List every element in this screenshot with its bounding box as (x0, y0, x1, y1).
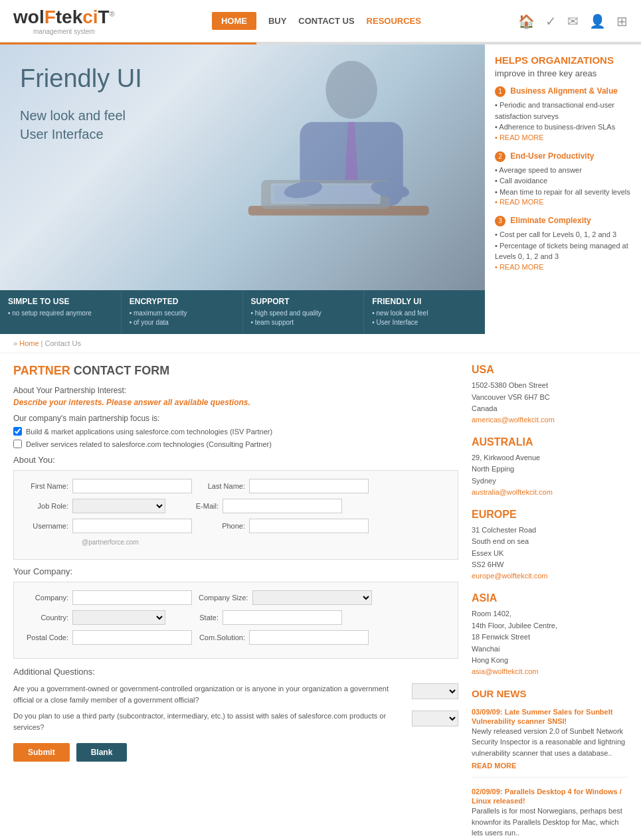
help-item-1: 1 Business Alignment & Value Periodic an… (495, 86, 631, 142)
submit-row: Submit Blank (13, 743, 458, 762)
about-you-section: About You: First Name: Last Name: (13, 455, 458, 560)
partner-form-section: PARTNER CONTACT FORM About Your Partners… (13, 364, 458, 762)
solution-label: Com.Solution: (199, 633, 245, 641)
help-num-2: 2 (495, 151, 505, 162)
postal-input[interactable] (72, 630, 192, 645)
australia-email[interactable]: australia@wolftekcit.com (472, 488, 553, 496)
checkbox-consulting-label: Deliver services related to salesforce.c… (26, 440, 272, 448)
postal-solution-row: Postal Code: Com.Solution: (22, 630, 450, 645)
checkbox-consulting-input[interactable] (13, 440, 22, 448)
hero-image: Friendly UI New look and feel User Inter… (0, 44, 485, 290)
help-num-3: 3 (495, 216, 505, 226)
hero-title: Friendly UI (20, 64, 142, 93)
job-role-label: Job Role: (22, 502, 68, 510)
nav-home[interactable]: HOME (212, 12, 256, 30)
phone-input[interactable] (249, 519, 369, 533)
state-label: State: (172, 614, 219, 622)
australia-address: 29, Kirkwood AvenueNorth EppingSydney (472, 452, 628, 487)
logo-subtitle: management system (13, 28, 115, 35)
home-icon[interactable]: 🏠 (518, 13, 535, 29)
europe-email[interactable]: europe@wolftekcit.com (472, 572, 548, 580)
asia-email[interactable]: asia@wolftekcit.com (472, 667, 538, 675)
state-input[interactable] (223, 610, 342, 625)
last-name-label: Last Name: (199, 482, 245, 490)
helps-panel: HELPS ORGANIZATIONS improve in three key… (485, 44, 641, 334)
nav-resources[interactable]: RESOURCES (367, 16, 421, 26)
email-input[interactable] (223, 499, 342, 513)
q1-select[interactable] (412, 683, 458, 699)
header: wolFtekciT® management system HOME BUY C… (0, 0, 641, 42)
hero-text: Friendly UI New look and feel User Inter… (20, 64, 142, 143)
phone-field: Phone: (199, 519, 369, 533)
feature-simple: SIMPLE TO USE no setup required anymore (0, 290, 122, 334)
company-title: Your Company: (13, 566, 458, 576)
country-field: Country: (22, 610, 165, 625)
blank-button[interactable]: Blank (76, 743, 128, 762)
main-content: PARTNER CONTACT FORM About Your Partners… (0, 353, 641, 840)
breadcrumb: » Home | Contact Us (0, 334, 641, 353)
state-field: State: (172, 610, 342, 625)
feature-bar: SIMPLE TO USE no setup required anymore … (0, 290, 485, 334)
read-more-1[interactable]: • READ MORE (495, 133, 544, 141)
username-field: Username: (22, 519, 192, 533)
region-usa: USA 1502-5380 Oben StreetVancouver V5R 6… (472, 364, 628, 424)
feature-encrypted: ENCRYPTED maximum security of your data (122, 290, 243, 334)
svg-point-0 (325, 61, 377, 119)
last-name-input[interactable] (249, 479, 369, 493)
read-more-2[interactable]: • READ MORE (495, 198, 544, 206)
help-item-3: 3 Eliminate Complexity Cost per call for… (495, 216, 631, 272)
news-title: OUR NEWS (472, 688, 628, 699)
news-read-more-1[interactable]: READ MORE (472, 762, 516, 770)
username-input[interactable] (72, 519, 192, 533)
solution-input[interactable] (249, 630, 369, 645)
job-role-field: Job Role: (22, 499, 165, 513)
news-section: OUR NEWS 03/09/09: Late Summer Sales for… (472, 688, 628, 840)
name-row: First Name: Last Name: (22, 479, 450, 493)
help-item-2: 2 End-User Productivity Average speed to… (495, 151, 631, 207)
additional-q1: Are you a government-owned or government… (13, 683, 458, 705)
username-hint-row: @partnerforce.com (22, 539, 450, 546)
usa-title: USA (472, 364, 628, 376)
checkbox-isv-label: Build & market applications using salesf… (26, 428, 272, 436)
help-num-1: 1 (495, 86, 505, 97)
postal-field: Postal Code: (22, 630, 192, 645)
submit-button[interactable]: Submit (13, 743, 70, 762)
help-heading-1: Business Alignment & Value (510, 86, 618, 96)
left-column: PARTNER CONTACT FORM About Your Partners… (13, 364, 458, 840)
breadcrumb-home[interactable]: Home (19, 339, 39, 347)
hero-person (206, 51, 458, 270)
company-label: Company: (22, 594, 68, 602)
q2-select[interactable] (412, 711, 458, 726)
about-you-title: About You: (13, 455, 458, 465)
news-item-2: 02/09/09: Parallels Desktop 4 for Window… (472, 787, 628, 840)
checkbox-isv-input[interactable] (13, 427, 22, 436)
nav-icons: 🏠 ✓ ✉ 👤 ⊞ (518, 13, 628, 29)
logo: wolFtekciT® management system (13, 7, 115, 35)
network-icon[interactable]: ⊞ (616, 13, 628, 29)
help-heading-2: End-User Productivity (510, 151, 594, 161)
company-input[interactable] (72, 590, 192, 605)
checkbox-consulting: Deliver services related to salesforce.c… (13, 440, 458, 448)
read-more-3[interactable]: • READ MORE (495, 263, 544, 271)
usa-address: 1502-5380 Oben StreetVancouver V5R 6H7 B… (472, 380, 628, 415)
partner-form-title: PARTNER CONTACT FORM (13, 364, 458, 378)
nav-contact[interactable]: CONTACT US (298, 16, 354, 26)
europe-address: 31 Colchester RoadSouth end on seaEssex … (472, 525, 628, 571)
username-hint: @partnerforce.com (82, 539, 139, 546)
region-australia: AUSTRALIA 29, Kirkwood AvenueNorth Eppin… (472, 436, 628, 497)
hero-left: Friendly UI New look and feel User Inter… (0, 44, 485, 334)
region-europe: EUROPE 31 Colchester RoadSouth end on se… (472, 509, 628, 580)
email-field: E-Mail: (172, 499, 342, 513)
solution-field: Com.Solution: (199, 630, 369, 645)
job-role-select[interactable] (72, 499, 165, 513)
usa-email[interactable]: americas@wolftekcit.com (472, 416, 555, 424)
company-size-select[interactable] (252, 590, 372, 605)
nav-buy[interactable]: BUY (268, 16, 286, 26)
mail-icon[interactable]: ✉ (567, 13, 579, 29)
first-name-input[interactable] (72, 479, 192, 493)
feature-friendly: FRIENDLY UI new look and feel User Inter… (364, 290, 485, 334)
country-select[interactable] (72, 610, 165, 625)
role-email-row: Job Role: E-Mail: (22, 499, 450, 513)
check-icon[interactable]: ✓ (545, 13, 557, 29)
person-icon[interactable]: 👤 (589, 13, 606, 29)
